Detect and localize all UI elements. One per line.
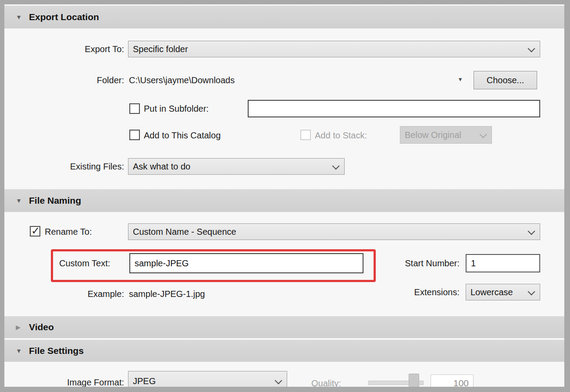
add-to-stack-label: Add to Stack: — [315, 127, 367, 144]
chevron-down-icon — [528, 228, 535, 235]
section-header-file-naming[interactable]: ▼ File Naming — [4, 189, 564, 212]
existing-files-select[interactable]: Ask what to do — [128, 158, 345, 175]
custom-text-label: Custom Text: — [59, 253, 110, 273]
add-to-catalog-label[interactable]: Add to This Catalog — [144, 127, 221, 144]
quality-slider-handle[interactable] — [409, 374, 419, 387]
collapse-triangle-icon: ▼ — [16, 347, 26, 354]
chevron-down-icon — [480, 131, 487, 138]
rename-to-label[interactable]: Rename To: — [45, 223, 92, 240]
existing-files-label: Existing Files: — [4, 158, 124, 175]
export-to-value: Specific folder — [133, 44, 188, 54]
export-to-label: Export To: — [4, 41, 124, 57]
folder-history-dropdown-icon[interactable]: ▾ — [459, 71, 462, 88]
custom-text-input[interactable] — [129, 253, 363, 273]
start-number-input[interactable] — [466, 254, 540, 272]
rename-to-value: Custom Name - Sequence — [133, 227, 236, 237]
extensions-value: Lowercase — [470, 287, 513, 297]
section-title: Video — [29, 322, 54, 332]
choose-folder-button[interactable]: Choose... — [474, 71, 537, 89]
section-header-video[interactable]: ▶ Video — [4, 316, 564, 338]
example-value: sample-JPEG-1.jpg — [129, 287, 205, 300]
put-in-subfolder-label[interactable]: Put in Subfolder: — [144, 100, 209, 117]
put-in-subfolder-checkbox[interactable] — [129, 103, 140, 114]
rename-to-checkbox[interactable]: ✓ — [30, 226, 40, 237]
add-to-stack-checkbox — [300, 130, 311, 140]
folder-label: Folder: — [4, 71, 124, 89]
export-dialog: ▼ Export Location Export To: Specific fo… — [0, 0, 570, 392]
start-number-label: Start Number: — [346, 254, 460, 272]
quality-label: Quality: — [311, 374, 341, 387]
section-header-export-location[interactable]: ▼ Export Location — [4, 6, 564, 28]
subfolder-name-input[interactable] — [248, 100, 540, 117]
folder-path-value: C:\Users\jayme\Downloads — [129, 71, 235, 89]
image-format-value: JPEG — [133, 376, 156, 386]
section-title: Export Location — [29, 12, 99, 22]
existing-files-value: Ask what to do — [133, 162, 190, 172]
collapse-triangle-icon: ▼ — [16, 197, 26, 204]
example-label: Example: — [4, 287, 124, 300]
rename-to-select[interactable]: Custom Name - Sequence — [128, 223, 540, 240]
extensions-select[interactable]: Lowercase — [466, 284, 540, 300]
export-settings-panel: ▼ Export Location Export To: Specific fo… — [4, 4, 564, 387]
section-header-file-settings[interactable]: ▼ File Settings — [4, 340, 564, 362]
section-title: File Settings — [29, 346, 84, 356]
checkmark-icon: ✓ — [31, 225, 40, 237]
export-to-select[interactable]: Specific folder — [128, 41, 540, 57]
image-format-label: Image Format: — [4, 374, 124, 387]
section-title: File Naming — [29, 195, 81, 206]
extensions-label: Extensions: — [346, 284, 460, 300]
chevron-down-icon — [275, 377, 282, 385]
image-format-select[interactable]: JPEG — [128, 371, 287, 387]
chevron-down-icon — [332, 162, 340, 170]
add-to-catalog-checkbox[interactable] — [129, 130, 140, 140]
add-to-stack-select: Below Original — [400, 126, 492, 144]
quality-value-input[interactable] — [431, 374, 474, 387]
chevron-down-icon — [528, 45, 535, 53]
collapse-triangle-icon: ▼ — [16, 14, 26, 21]
expand-triangle-icon: ▶ — [16, 324, 26, 331]
add-to-stack-value: Below Original — [405, 130, 461, 140]
chevron-down-icon — [528, 288, 535, 296]
